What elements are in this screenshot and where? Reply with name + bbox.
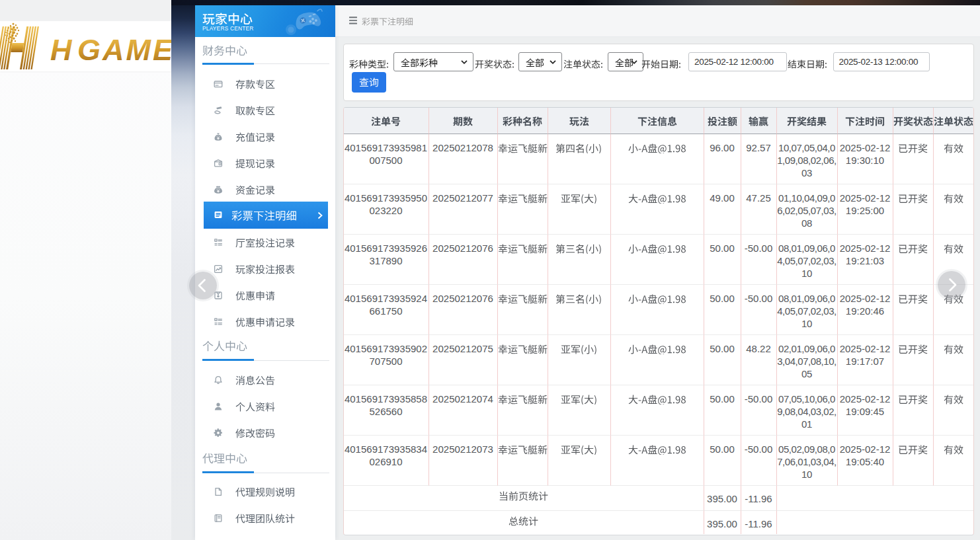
svg-text:H: H (50, 33, 73, 67)
svg-text:GAME: GAME (77, 33, 173, 67)
